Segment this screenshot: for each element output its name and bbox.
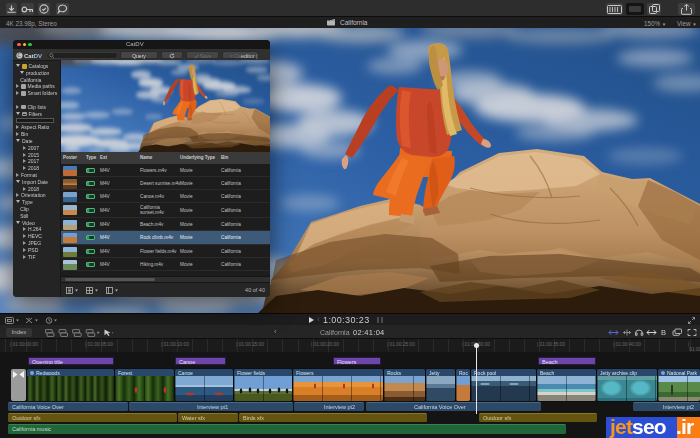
svg-text:B: B xyxy=(661,328,666,337)
